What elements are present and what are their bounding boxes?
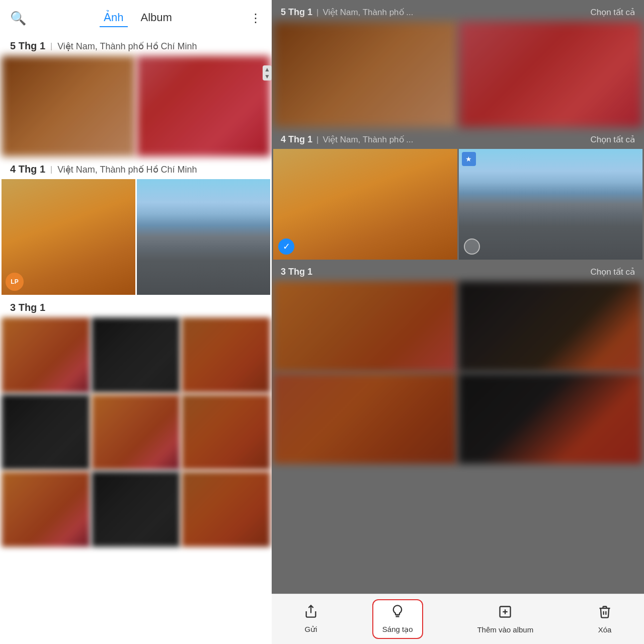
right-section-3-header: 3 Thg 1 Chọn tất cả [272, 260, 644, 281]
bottom-toolbar: Gửi Sáng tạo Thêm vào album [272, 594, 644, 644]
send-label: Gửi [304, 625, 317, 634]
photo-3-1[interactable] [2, 317, 90, 393]
section-4-location: Việt Nam, Thành phố Hồ Chí Minh [57, 164, 197, 175]
photo-3-8[interactable] [92, 471, 180, 547]
top-nav: 🔍 Ảnh Album ⋮ [0, 0, 272, 33]
delete-label: Xóa [598, 625, 612, 634]
right-photo-3-3[interactable] [273, 373, 457, 464]
section-4-divider: | [50, 165, 52, 174]
lp-badge: LP [6, 273, 24, 291]
right-section-5-date: 5 Thg 1 [281, 7, 312, 18]
section-5-photos [0, 56, 272, 156]
right-photo-3-1[interactable] [273, 281, 457, 372]
right-section-4-photos: ✓ ★ [272, 149, 644, 260]
right-section-3-photos [272, 281, 644, 644]
circle-select-icon[interactable] [464, 238, 480, 255]
section-4-thg1: 4 Thg 1 | Việt Nam, Thành phố Hồ Chí Min… [0, 156, 272, 295]
right-section-5-photos [272, 22, 644, 127]
photo-3-3[interactable] [182, 317, 270, 393]
right-section-4-location: Việt Nam, Thành phố ... [323, 134, 413, 145]
nav-tabs: Ảnh Album [31, 9, 245, 27]
section-3-title: 3 Thg 1 [0, 295, 272, 317]
right-section-4-header: 4 Thg 1 | Việt Nam, Thành phố ... Chọn t… [272, 127, 644, 149]
scroll-up-arrow[interactable]: ▲ [264, 66, 270, 72]
photo-3-4[interactable] [2, 394, 90, 470]
more-icon[interactable]: ⋮ [250, 11, 262, 25]
photo-4-mountain[interactable] [137, 179, 271, 295]
photo-5-1[interactable] [2, 56, 135, 156]
right-section-4-divider: | [316, 135, 318, 145]
toolbar-delete[interactable]: Xóa [588, 600, 622, 639]
chon-tat-ca-3[interactable]: Chọn tất cả [590, 267, 635, 277]
section-5-location: Việt Nam, Thành phố Hồ Chí Minh [57, 41, 197, 52]
create-label: Sáng tạo [382, 625, 413, 634]
left-panel: 🔍 Ảnh Album ⋮ ▲ ▼ 5 Thg 1 | Việt Nam, Th… [0, 0, 272, 644]
right-section-3-info: 3 Thg 1 [281, 267, 312, 277]
create-icon [390, 604, 405, 622]
photo-3-7[interactable] [2, 471, 90, 547]
right-photo-4-2[interactable]: ★ [459, 149, 643, 260]
star-badge: ★ [462, 152, 476, 166]
section-5-header: 5 Thg 1 | Việt Nam, Thành phố Hồ Chí Min… [0, 33, 272, 56]
send-icon [304, 604, 318, 622]
section-4-header: 4 Thg 1 | Việt Nam, Thành phố Hồ Chí Min… [0, 156, 272, 179]
photo-3-2[interactable] [92, 317, 180, 393]
toolbar-create[interactable]: Sáng tạo [372, 599, 423, 639]
add-album-icon [498, 605, 512, 622]
right-section-4-info: 4 Thg 1 | Việt Nam, Thành phố ... [281, 134, 413, 145]
section-5-date: 5 Thg 1 [10, 40, 45, 52]
tab-album[interactable]: Album [137, 9, 176, 27]
section-3-photos [0, 317, 272, 547]
right-photo-3-4[interactable] [458, 373, 642, 464]
toolbar-send[interactable]: Gửi [294, 599, 328, 639]
delete-icon [598, 605, 612, 622]
right-photo-4-1[interactable]: ✓ [273, 149, 457, 260]
right-photo-5-1[interactable] [273, 22, 457, 127]
toolbar-add-album[interactable]: Thêm vào album [467, 600, 543, 639]
right-section-5-location: Việt Nam, Thành phố ... [323, 7, 413, 18]
right-section-4-date: 4 Thg 1 [281, 134, 312, 145]
photo-3-9[interactable] [182, 471, 270, 547]
scroll-down-arrow[interactable]: ▼ [264, 73, 270, 79]
add-album-label: Thêm vào album [477, 625, 533, 634]
right-section-5-info: 5 Thg 1 | Việt Nam, Thành phố ... [281, 7, 413, 18]
tab-anh[interactable]: Ảnh [100, 9, 127, 27]
right-photo-3-2[interactable] [458, 281, 642, 372]
right-section-5-header: 5 Thg 1 | Việt Nam, Thành phố ... Chọn t… [272, 0, 644, 22]
right-section-3-date: 3 Thg 1 [281, 267, 312, 277]
photo-5-2[interactable] [137, 56, 271, 156]
section-4-date: 4 Thg 1 [10, 164, 45, 175]
photo-3-6[interactable] [182, 394, 270, 470]
section-5-thg1: 5 Thg 1 | Việt Nam, Thành phố Hồ Chí Min… [0, 33, 272, 156]
chon-tat-ca-4[interactable]: Chọn tất cả [590, 134, 635, 145]
check-icon: ✓ [278, 238, 294, 255]
scroll-indicator[interactable]: ▲ ▼ [263, 65, 272, 80]
search-icon[interactable]: 🔍 [10, 11, 26, 26]
section-4-photos: LP [0, 179, 272, 295]
right-photo-5-2[interactable] [459, 22, 643, 127]
section-5-divider: | [50, 42, 52, 51]
section-3-thg1: 3 Thg 1 [0, 295, 272, 547]
right-panel: 5 Thg 1 | Việt Nam, Thành phố ... Chọn t… [272, 0, 644, 644]
photo-3-5[interactable] [92, 394, 180, 470]
right-section-5-divider: | [316, 8, 318, 18]
chon-tat-ca-5[interactable]: Chọn tất cả [590, 7, 635, 18]
photo-4-camera[interactable]: LP [2, 179, 135, 295]
